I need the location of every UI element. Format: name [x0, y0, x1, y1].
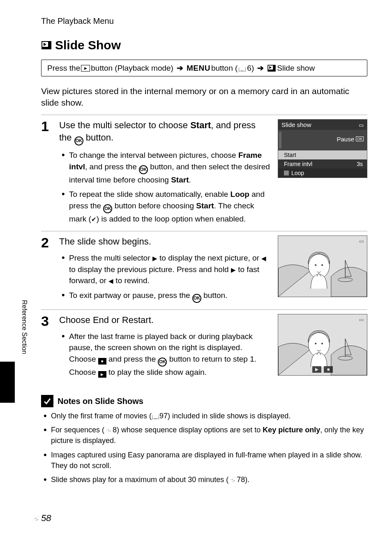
ok-button-icon: OK — [158, 358, 167, 367]
nav-text: button (Playback mode) — [91, 64, 173, 73]
play-controls: ▶ ■ — [312, 366, 333, 373]
stop-icon — [98, 358, 106, 365]
screen-title: Slide show — [281, 121, 311, 128]
text: Loop — [291, 170, 304, 176]
menu-row-loop: Loop — [278, 168, 367, 178]
book-icon — [152, 412, 159, 420]
step-number: 2 — [41, 235, 53, 306]
scrollbar — [279, 132, 281, 149]
nav-text: button ( — [211, 64, 238, 73]
play-control-icon: ▶ — [312, 366, 321, 373]
play-icon — [98, 371, 106, 378]
slideshow-title-icon — [41, 41, 52, 50]
text: For sequences ( — [51, 426, 104, 434]
text: , and press the — [85, 162, 139, 171]
checkbox-icon — [284, 171, 289, 175]
text: ) is added to the loop option when enabl… — [97, 215, 246, 223]
bullet: To repeat the slide show automatically, … — [69, 189, 270, 224]
note-item: For sequences (8) whose sequence display… — [51, 425, 367, 446]
step-heading: Choose End or Restart. — [59, 314, 270, 327]
svg-point-11 — [315, 264, 316, 266]
notes-section: Notes on Slide Shows Only the first fram… — [41, 395, 367, 485]
text: Use the multi selector to choose — [59, 120, 190, 130]
nav-text: Slide show — [277, 64, 315, 73]
battery-icon: ▭ — [359, 317, 364, 323]
playback-button-icon — [81, 65, 90, 72]
text: to display the previous picture. Press a… — [69, 265, 231, 274]
text-bold: Loop — [231, 190, 249, 198]
illustration-playback: ▭ — [278, 235, 367, 297]
bullet: To exit partway or pause, press the OK b… — [69, 290, 270, 303]
navigation-path-box: Press the button (Playback mode) MENU bu… — [41, 60, 367, 76]
notes-title: Notes on Slide Shows — [58, 397, 143, 406]
row-label: Loop — [284, 170, 304, 176]
text-bold: Start — [190, 120, 211, 130]
step-number: 3 — [41, 314, 53, 381]
link-icon — [31, 513, 39, 524]
triangle-left-icon — [261, 254, 266, 262]
text-bold: Key picture only — [263, 426, 320, 434]
step-number: 1 — [41, 119, 53, 228]
row-label: Start — [284, 152, 296, 158]
text: Press the multi selector — [69, 254, 152, 262]
text: button. — [83, 132, 113, 143]
check-icon — [91, 215, 97, 223]
ref-num: 78 — [237, 475, 245, 484]
step-1: 1 Use the multi selector to choose Start… — [41, 115, 367, 228]
side-tab-marker — [0, 362, 15, 403]
svg-point-19 — [321, 343, 323, 344]
text: to play the slide show again. — [106, 368, 207, 376]
text: to display the next picture, or — [157, 254, 261, 262]
arrow-right-icon — [174, 63, 186, 73]
camera-screen-menu: Slide show Pause OK Start — [278, 119, 367, 178]
ok-small-icon: OK — [356, 136, 364, 141]
triangle-right-icon — [231, 265, 236, 274]
battery-icon: ▭ — [359, 238, 364, 244]
bullet: After the last frame is played back or d… — [69, 331, 270, 378]
text: To repeat the slide show automatically, … — [69, 190, 231, 198]
running-head: The Playback Menu — [41, 16, 367, 26]
step-3: 3 Choose End or Restart. After the last … — [41, 309, 367, 381]
menu-row-frame-intvl: Frame intvl 3s — [278, 159, 367, 168]
text: and press the — [106, 355, 158, 363]
ok-button-icon: OK — [139, 165, 148, 174]
menu-button-label: MENU — [187, 64, 210, 73]
side-section-label: Reference Section — [21, 300, 28, 354]
triangle-right-icon — [152, 254, 157, 262]
note-item: Images captured using Easy panorama are … — [51, 450, 367, 471]
link-icon — [104, 426, 113, 434]
arrow-right-icon — [255, 63, 266, 73]
page-number: 58 — [31, 513, 51, 524]
nav-text: Press the — [47, 64, 80, 73]
ok-button-icon: OK — [74, 136, 83, 145]
row-label: Frame intvl — [284, 161, 312, 167]
section-title: Slide Show — [41, 38, 367, 52]
intro-paragraph: View pictures stored in the internal mem… — [41, 85, 367, 109]
text: . — [189, 175, 191, 184]
svg-point-12 — [321, 264, 323, 266]
illustration-end-restart: ▭ ▶ ■ — [278, 314, 367, 376]
ref-num: 97 — [159, 412, 168, 420]
stop-control-icon: ■ — [324, 366, 333, 373]
text-bold: Start — [171, 175, 189, 184]
text: button before choosing — [112, 201, 196, 210]
ok-button-icon: OK — [192, 294, 201, 303]
text: To change the interval between pictures,… — [69, 151, 238, 159]
link-icon — [228, 475, 237, 484]
pause-label: Pause OK — [337, 136, 364, 143]
text: To exit partway or pause, press the — [69, 291, 192, 300]
triangle-left-icon — [108, 276, 113, 285]
book-icon — [238, 64, 246, 73]
text: ). — [245, 475, 249, 484]
menu-row-start: Start — [278, 150, 367, 159]
text: ) included in slide shows is displayed. — [168, 412, 291, 420]
ref-num: 8 — [113, 426, 117, 434]
text: to rewind. — [113, 276, 150, 285]
battery-icon — [359, 121, 364, 128]
note-item: Only the first frame of movies (97) incl… — [51, 411, 367, 421]
step-2: 2 The slide show begins. Press the multi… — [41, 231, 367, 306]
text: Slide shows play for a maximum of about … — [51, 475, 228, 484]
text: button. — [201, 291, 227, 300]
bullet: Press the multi selector to display the … — [69, 252, 270, 286]
nav-ref: 6) — [247, 64, 254, 73]
